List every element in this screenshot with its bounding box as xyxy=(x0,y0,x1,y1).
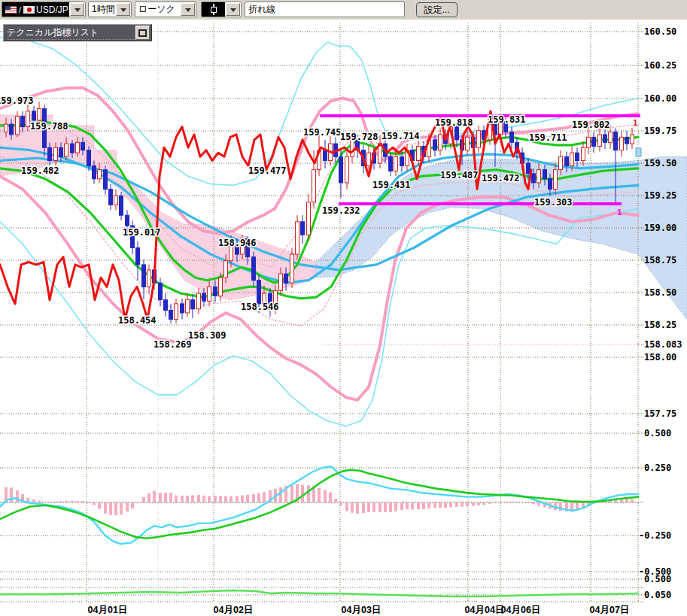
candle-style-select[interactable] xyxy=(201,2,242,17)
indicator-list-title: テクニカル指標リスト xyxy=(7,26,135,40)
timeframe-select[interactable]: 1時間足 xyxy=(88,2,132,17)
svg-text:0.500: 0.500 xyxy=(644,428,671,438)
currency-pair-label: USD/JPY xyxy=(36,5,69,15)
chart-type-select[interactable]: ローソク xyxy=(135,2,196,17)
svg-text:159.00: 159.00 xyxy=(644,223,676,233)
fx-chart-window: { "toolbar": { "pair_label": "USD/JPY", … xyxy=(0,0,687,616)
svg-text:159.431: 159.431 xyxy=(372,180,411,190)
svg-text:159.711: 159.711 xyxy=(529,132,567,143)
chevron-down-icon[interactable] xyxy=(116,3,130,16)
svg-text:04月01日: 04月01日 xyxy=(88,605,128,615)
svg-text:158.25: 158.25 xyxy=(644,320,676,330)
svg-text:158.546: 158.546 xyxy=(241,302,279,312)
svg-text:159.818: 159.818 xyxy=(435,117,473,128)
svg-text:159.50: 159.50 xyxy=(644,158,676,168)
svg-text:04月03日: 04月03日 xyxy=(342,605,381,615)
price-chart-canvas[interactable]: 11160.50160.25160.00159.75159.50159.2515… xyxy=(0,0,687,616)
svg-text:158.75: 158.75 xyxy=(644,255,676,266)
svg-text:158.00: 158.00 xyxy=(644,352,676,363)
current-price-tag xyxy=(636,148,641,156)
timeframe-label: 1時間足 xyxy=(89,2,115,17)
drawn-horizontal-line[interactable] xyxy=(339,202,622,205)
jp-flag-icon xyxy=(23,6,35,14)
svg-text:159.802: 159.802 xyxy=(572,120,610,130)
svg-text:159.017: 159.017 xyxy=(123,227,161,238)
chart-toolbar: / USD/JPY 1時間足 ローソク 設定... xyxy=(0,0,687,20)
svg-text:159.25: 159.25 xyxy=(644,190,676,201)
technical-indicator-list-bar[interactable]: テクニカル指標リスト xyxy=(3,24,152,41)
svg-text:158.946: 158.946 xyxy=(218,238,257,248)
svg-text:158.454: 158.454 xyxy=(118,315,157,326)
svg-text:158.269: 158.269 xyxy=(154,339,192,350)
flag-separator: / xyxy=(19,5,21,14)
restore-panel-button[interactable] xyxy=(135,26,150,40)
chevron-down-icon[interactable] xyxy=(226,3,240,16)
svg-text:159.831: 159.831 xyxy=(488,114,526,125)
svg-text:159.472: 159.472 xyxy=(482,173,520,184)
svg-text:04月07日: 04月07日 xyxy=(590,605,630,615)
svg-text:1: 1 xyxy=(617,208,622,217)
chevron-down-icon[interactable] xyxy=(70,3,84,16)
svg-text:159.788: 159.788 xyxy=(30,121,68,132)
svg-text:-0.250: -0.250 xyxy=(639,530,671,541)
line-style-input[interactable] xyxy=(245,2,405,17)
svg-text:04月02日: 04月02日 xyxy=(214,605,254,615)
us-flag-icon xyxy=(5,6,17,14)
indicator-lines-layer xyxy=(0,37,638,596)
restore-box-icon xyxy=(138,29,147,37)
svg-text:1: 1 xyxy=(633,118,638,128)
drawn-horizontal-line[interactable] xyxy=(320,114,640,117)
svg-text:159.482: 159.482 xyxy=(21,165,59,176)
svg-text:160.50: 160.50 xyxy=(644,26,676,37)
chevron-down-icon[interactable] xyxy=(181,3,195,16)
svg-text:157.75: 157.75 xyxy=(644,408,676,419)
svg-text:159.745: 159.745 xyxy=(303,127,342,138)
svg-text:159.973: 159.973 xyxy=(0,96,34,106)
svg-text:159.75: 159.75 xyxy=(644,126,676,136)
svg-text:159.303: 159.303 xyxy=(534,197,573,208)
svg-text:04月04日: 04月04日 xyxy=(465,605,505,615)
svg-text:0.500: 0.500 xyxy=(644,574,671,584)
svg-text:0.250: 0.250 xyxy=(644,463,671,473)
svg-text:160.25: 160.25 xyxy=(644,60,676,71)
svg-text:159.487: 159.487 xyxy=(440,170,479,181)
svg-text:159.477: 159.477 xyxy=(248,165,287,176)
svg-text:0.050: 0.050 xyxy=(644,590,671,600)
svg-text:04月06日: 04月06日 xyxy=(501,605,541,615)
svg-text:159.232: 159.232 xyxy=(322,205,360,216)
svg-text:159.714: 159.714 xyxy=(381,131,420,141)
chart-type-label: ローソク xyxy=(135,2,180,17)
svg-text:158.50: 158.50 xyxy=(644,287,676,298)
candlestick-icon xyxy=(209,4,218,15)
currency-pair-select[interactable]: / USD/JPY xyxy=(2,2,86,17)
svg-text:158.309: 158.309 xyxy=(188,330,226,341)
svg-text:160.00: 160.00 xyxy=(644,93,676,104)
svg-text:158.083: 158.083 xyxy=(644,339,682,350)
svg-text:159.728: 159.728 xyxy=(340,132,378,142)
settings-button[interactable]: 設定... xyxy=(416,2,457,17)
